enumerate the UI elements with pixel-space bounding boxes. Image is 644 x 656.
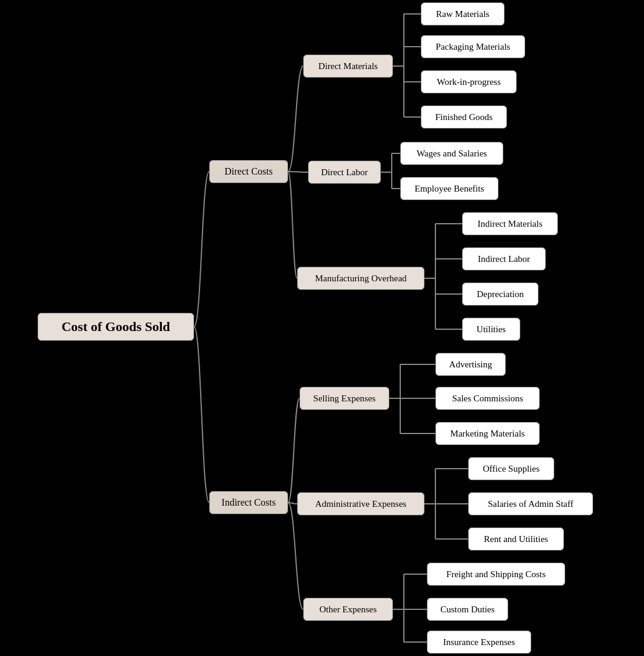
node-selling_expenses: Selling Expenses (300, 387, 389, 410)
node-direct_materials: Direct Materials (303, 55, 393, 78)
node-sales_commissions: Sales Commissions (435, 387, 540, 410)
node-freight_shipping: Freight and Shipping Costs (427, 563, 565, 586)
node-direct_costs: Direct Costs (209, 160, 288, 183)
node-rent_utilities: Rent and Utilities (468, 527, 564, 551)
node-salaries_admin: Salaries of Admin Staff (468, 492, 593, 515)
node-wages_salaries: Wages and Salaries (400, 142, 503, 165)
node-utilities: Utilities (462, 318, 520, 341)
node-work_in_progress: Work-in-progress (421, 70, 517, 93)
node-administrative_expenses: Administrative Expenses (297, 492, 424, 515)
mind-map-diagram: Cost of Goods SoldDirect CostsIndirect C… (0, 0, 644, 656)
node-office_supplies: Office Supplies (468, 457, 554, 480)
node-indirect_costs: Indirect Costs (209, 491, 288, 514)
node-indirect_materials: Indirect Materials (462, 212, 558, 235)
node-packaging_materials: Packaging Materials (421, 35, 525, 58)
node-manufacturing_overhead: Manufacturing Overhead (297, 267, 424, 290)
node-raw_materials: Raw Materials (421, 2, 505, 25)
node-depreciation: Depreciation (462, 283, 538, 306)
node-custom_duties: Custom Duties (427, 598, 508, 621)
node-marketing_materials: Marketing Materials (435, 422, 540, 445)
node-indirect_labor: Indirect Labor (462, 247, 546, 270)
node-root: Cost of Goods Sold (38, 313, 194, 341)
node-finished_goods: Finished Goods (421, 105, 507, 129)
node-employee_benefits: Employee Benefits (400, 177, 498, 200)
node-direct_labor: Direct Labor (308, 161, 381, 184)
node-other_expenses: Other Expenses (303, 598, 393, 621)
node-insurance_expenses: Insurance Expenses (427, 631, 531, 654)
node-advertising: Advertising (435, 353, 506, 376)
